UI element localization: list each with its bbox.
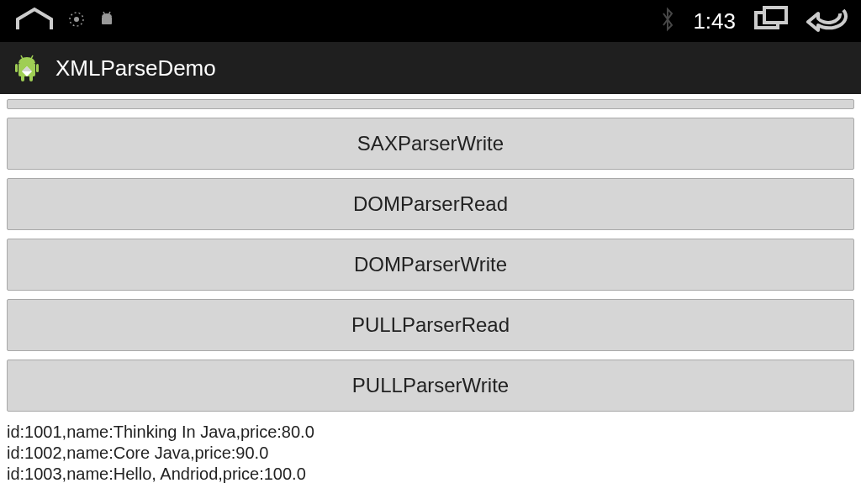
app-icon <box>10 51 44 85</box>
dom-parser-write-button[interactable]: DOMParserWrite <box>7 239 854 291</box>
app-title: XMLParseDemo <box>55 55 216 81</box>
svg-line-3 <box>103 12 105 14</box>
svg-line-13 <box>31 55 33 59</box>
output-text: id:1001,name:Thinking In Java,price:80.0… <box>7 422 854 485</box>
dom-parser-read-button[interactable]: DOMParserRead <box>7 178 854 230</box>
output-line: id:1003,name:Hello, Andriod,price:100.0 <box>7 464 854 485</box>
svg-point-0 <box>74 17 79 22</box>
home-icon[interactable] <box>13 6 56 36</box>
svg-line-4 <box>109 12 111 14</box>
svg-rect-10 <box>21 75 24 81</box>
partial-button-top[interactable] <box>7 99 854 109</box>
android-icon <box>97 9 117 33</box>
bluetooth-icon <box>659 7 676 35</box>
pull-parser-write-button[interactable]: PULLParserWrite <box>7 360 854 412</box>
status-clock: 1:43 <box>693 8 736 34</box>
sax-parser-write-button[interactable]: SAXParserWrite <box>7 118 854 170</box>
output-line: id:1001,name:Thinking In Java,price:80.0 <box>7 422 854 443</box>
recent-apps-icon[interactable] <box>753 6 790 36</box>
svg-rect-8 <box>15 64 18 72</box>
action-bar: XMLParseDemo <box>0 42 861 94</box>
button-label: DOMParserWrite <box>354 253 507 276</box>
button-label: DOMParserRead <box>353 192 508 216</box>
pull-parser-read-button[interactable]: PULLParserRead <box>7 299 854 351</box>
output-line: id:1002,name:Core Java,price:90.0 <box>7 443 854 464</box>
svg-rect-6 <box>764 8 786 23</box>
svg-line-12 <box>21 55 23 59</box>
button-label: PULLParserWrite <box>352 374 509 397</box>
svg-rect-9 <box>36 64 39 72</box>
back-icon[interactable] <box>806 5 848 37</box>
button-label: SAXParserWrite <box>357 132 504 155</box>
svg-rect-2 <box>102 17 112 24</box>
svg-rect-11 <box>29 75 33 81</box>
button-label: PULLParserRead <box>351 313 510 337</box>
content-area: SAXParserWrite DOMParserRead DOMParserWr… <box>0 94 861 504</box>
gps-icon <box>66 9 87 33</box>
status-bar: 1:43 <box>0 0 861 42</box>
